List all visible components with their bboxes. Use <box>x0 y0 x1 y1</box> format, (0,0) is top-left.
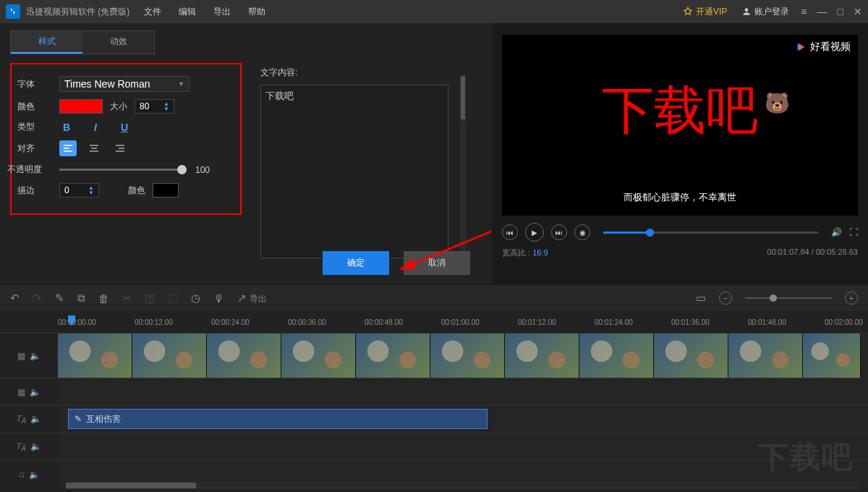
clip-thumbnail[interactable] <box>58 334 132 378</box>
underline-button[interactable]: U <box>117 122 132 133</box>
font-label: 字体 <box>17 78 52 90</box>
text-track-icon[interactable]: TA <box>17 413 26 425</box>
clip-thumbnail[interactable] <box>505 334 579 378</box>
redo-icon[interactable]: ↷ <box>33 292 42 305</box>
volume-icon[interactable]: 🔊 <box>831 227 842 237</box>
edit-icon[interactable]: ✎ <box>55 292 64 305</box>
ruler-tick: 00:00:36.00 <box>288 318 326 326</box>
align-center-button[interactable] <box>85 140 103 156</box>
clip-thumbnail[interactable] <box>728 334 803 378</box>
menu-export[interactable]: 导出 <box>213 6 231 18</box>
account-button[interactable]: 账户登录 <box>741 6 789 18</box>
main-menu: 文件 编辑 导出 帮助 <box>144 6 265 18</box>
text-clip[interactable]: ✎ 互相伤害 <box>68 409 488 429</box>
bear-icon: 🐻 <box>765 91 790 115</box>
title-bar: 迅捷视频剪辑软件 (免费版) 文件 编辑 导出 帮助 开通VIP 账户登录 ≡ … <box>0 0 868 23</box>
clock-icon[interactable]: ◷ <box>191 292 200 305</box>
menu-edit[interactable]: 编辑 <box>179 6 196 18</box>
mic-icon[interactable]: 🎙 <box>213 292 224 305</box>
close-icon[interactable]: ✕ <box>854 6 862 17</box>
clip-thumbnail[interactable] <box>430 334 505 378</box>
split-icon[interactable]: ⧉ <box>77 292 85 305</box>
audio-track-icon[interactable]: ♫ <box>18 470 25 480</box>
tab-effect[interactable]: 动效 <box>82 31 154 54</box>
timeline: 00:00:00.0000:00:12.0000:00:24.0000:00:3… <box>0 311 868 492</box>
crop-icon[interactable]: ✂ <box>122 292 132 305</box>
zoom-in-button[interactable]: + <box>845 292 858 305</box>
text-track-icon[interactable]: TA <box>17 441 26 452</box>
overlay-track-icon[interactable]: ▦ <box>17 387 25 397</box>
mute-icon[interactable]: 🔈 <box>30 387 41 397</box>
mute-icon[interactable]: 🔈 <box>29 470 40 480</box>
clip-thumbnail[interactable] <box>803 334 861 378</box>
size-label: 大小 <box>110 101 127 113</box>
opacity-slider[interactable] <box>59 169 182 171</box>
ruler-tick: 00:01:36.00 <box>671 318 710 326</box>
video-watermark: 好看视频 <box>794 41 851 54</box>
stop-button[interactable]: ◉ <box>574 224 590 240</box>
clip-thumbnail[interactable] <box>579 334 654 378</box>
align-right-button[interactable] <box>111 140 129 156</box>
video-track: ▦🔈 <box>0 333 868 378</box>
fullscreen-icon[interactable]: ⛶ <box>849 227 858 237</box>
video-track-icon[interactable]: ▦ <box>17 351 25 361</box>
clip-thumbnail[interactable] <box>356 334 430 378</box>
align-label: 对齐 <box>17 143 52 155</box>
vip-button[interactable]: 开通VIP <box>683 6 727 18</box>
minimize-icon[interactable]: — <box>817 6 827 17</box>
text-style-panel: 样式 动效 字体 Times New Roman ▼ 颜色 大小 80 ▲▼ <box>0 23 492 284</box>
ruler-tick: 00:01:48.00 <box>748 318 786 326</box>
time-ruler[interactable]: 00:00:00.0000:00:12.0000:00:24.0000:00:3… <box>58 315 868 333</box>
mute-icon[interactable]: 🔈 <box>30 414 41 424</box>
italic-button[interactable]: I <box>88 122 103 133</box>
bold-button[interactable]: B <box>59 122 74 133</box>
cancel-button[interactable]: 取消 <box>404 251 470 275</box>
video-preview[interactable]: 好看视频 下载吧 🐻 而极郁心脏骤停，不幸离世 <box>502 35 858 216</box>
clip-thumbnail[interactable] <box>654 334 728 378</box>
menu-help[interactable]: 帮助 <box>248 6 265 18</box>
tool2-icon[interactable]: ⬚ <box>168 292 178 305</box>
clip-thumbnail[interactable] <box>132 334 207 378</box>
aspect-ratio: 宽高比 : 16:9 <box>502 247 548 258</box>
zoom-out-button[interactable]: − <box>719 292 732 305</box>
font-size-spinner[interactable]: 80 ▲▼ <box>135 99 174 114</box>
align-left-button[interactable] <box>59 140 77 156</box>
clip-thumbnail[interactable] <box>207 334 281 378</box>
fit-icon[interactable]: ▭ <box>696 292 706 305</box>
timeline-scrollbar[interactable] <box>65 482 861 489</box>
ok-button[interactable]: 确定 <box>323 251 389 275</box>
stroke-color-swatch[interactable] <box>153 183 179 198</box>
ruler-tick: 00:00:00.00 <box>58 318 96 326</box>
time-display: 00:01:07.84 / 00:05:28.63 <box>767 247 858 258</box>
zoom-slider[interactable] <box>745 297 832 299</box>
text-color-swatch[interactable] <box>59 99 103 114</box>
mute-icon[interactable]: 🔈 <box>30 441 41 451</box>
delete-icon[interactable]: 🗑 <box>98 292 109 305</box>
panel-scrollbar[interactable] <box>460 75 466 263</box>
export-icon[interactable]: ↗ 导出 <box>237 292 267 305</box>
clip-thumbnail[interactable] <box>281 334 356 378</box>
text-content-area: 文字内容: <box>260 67 448 260</box>
undo-icon[interactable]: ↶ <box>10 292 20 305</box>
svg-point-0 <box>745 8 749 12</box>
timeline-toolbar: ↶ ↷ ✎ ⧉ 🗑 ✂ ◫ ⬚ ◷ 🎙 ↗ 导出 ▭ − + <box>0 285 868 311</box>
tool1-icon[interactable]: ◫ <box>145 292 155 305</box>
mute-icon[interactable]: 🔈 <box>30 351 41 361</box>
font-select[interactable]: Times New Roman ▼ <box>59 76 190 92</box>
menu-file[interactable]: 文件 <box>144 6 161 18</box>
text-content-input[interactable] <box>260 85 448 258</box>
chevron-down-icon: ▼ <box>178 80 184 88</box>
panel-tabs: 样式 动效 <box>10 30 155 54</box>
type-label: 类型 <box>17 121 52 133</box>
progress-slider[interactable] <box>603 232 818 234</box>
video-track-body[interactable] <box>58 334 868 378</box>
preview-panel: 好看视频 下载吧 🐻 而极郁心脏骤停，不幸离世 ⏮ ▶ ⏭ ◉ 🔊 ⛶ 宽高比 … <box>492 23 868 284</box>
play-button[interactable]: ▶ <box>525 223 544 242</box>
preview-subtitle: 而极郁心脏骤停，不幸离世 <box>502 191 858 204</box>
stroke-width-spinner[interactable]: 0 ▲▼ <box>59 183 99 198</box>
tab-style[interactable]: 样式 <box>11 31 82 54</box>
menu-more-icon[interactable]: ≡ <box>801 6 807 17</box>
next-frame-button[interactable]: ⏭ <box>551 224 567 240</box>
prev-frame-button[interactable]: ⏮ <box>502 224 518 240</box>
maximize-icon[interactable]: □ <box>838 6 843 17</box>
